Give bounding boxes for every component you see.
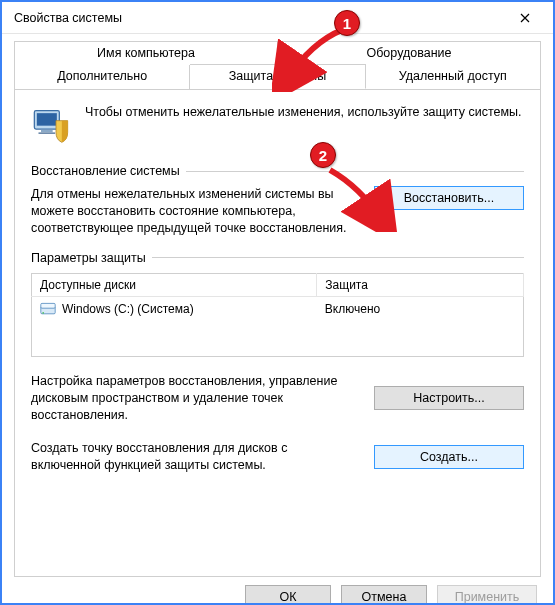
create-point-button[interactable]: Создать... <box>374 445 524 469</box>
close-button[interactable] <box>505 4 545 32</box>
drives-table[interactable]: Доступные диски Защита Windows (C:) (Си <box>31 273 524 358</box>
divider <box>152 257 524 258</box>
tab-hardware[interactable]: Оборудование <box>278 41 541 65</box>
restore-button[interactable]: Восстановить... <box>374 186 524 210</box>
table-header-row: Доступные диски Защита <box>32 273 524 296</box>
group-protection-settings: Параметры защиты Доступные диски Защита <box>31 251 524 474</box>
panel-system-protection: Чтобы отменить нежелательные изменения, … <box>14 89 541 577</box>
close-icon <box>520 13 530 23</box>
drive-status: Включено <box>317 296 524 321</box>
svg-rect-3 <box>39 132 56 134</box>
configure-button[interactable]: Настроить... <box>374 386 524 410</box>
apply-button[interactable]: Применить <box>437 585 537 605</box>
cancel-button[interactable]: Отмена <box>341 585 427 605</box>
col-protection[interactable]: Защита <box>317 273 524 296</box>
titlebar: Свойства системы <box>2 2 553 34</box>
svg-rect-6 <box>42 312 44 313</box>
create-point-description: Создать точку восстановления для дисков … <box>31 440 356 474</box>
dialog-footer: ОК Отмена Применить <box>2 585 553 605</box>
col-drives[interactable]: Доступные диски <box>32 273 317 296</box>
divider <box>186 171 524 172</box>
configure-description: Настройка параметров восстановления, упр… <box>31 373 356 424</box>
group-system-restore: Восстановление системы Для отмены нежела… <box>31 164 524 237</box>
tab-advanced[interactable]: Дополнительно <box>14 65 190 90</box>
intro-block: Чтобы отменить нежелательные изменения, … <box>31 104 524 146</box>
annotation-badge-1: 1 <box>334 10 360 36</box>
window-title: Свойства системы <box>14 11 122 25</box>
legend-system-restore: Восстановление системы <box>31 164 180 178</box>
tab-computer-name[interactable]: Имя компьютера <box>14 41 278 65</box>
svg-rect-5 <box>41 303 55 308</box>
shield-monitor-icon <box>31 104 73 146</box>
svg-rect-1 <box>37 113 57 126</box>
ok-button[interactable]: ОК <box>245 585 331 605</box>
drive-name: Windows (C:) (Система) <box>62 302 194 316</box>
annotation-badge-2: 2 <box>310 142 336 168</box>
tab-strip: Имя компьютера Оборудование Дополнительн… <box>2 34 553 89</box>
svg-rect-2 <box>41 130 53 133</box>
restore-description: Для отмены нежелательных изменений систе… <box>31 186 356 237</box>
tab-system-protection[interactable]: Защита системы <box>190 64 365 89</box>
drive-icon <box>40 302 56 316</box>
intro-text: Чтобы отменить нежелательные изменения, … <box>85 104 522 146</box>
tab-remote[interactable]: Удаленный доступ <box>366 65 541 90</box>
table-row[interactable]: Windows (C:) (Система) Включено <box>32 296 524 321</box>
legend-protection: Параметры защиты <box>31 251 146 265</box>
